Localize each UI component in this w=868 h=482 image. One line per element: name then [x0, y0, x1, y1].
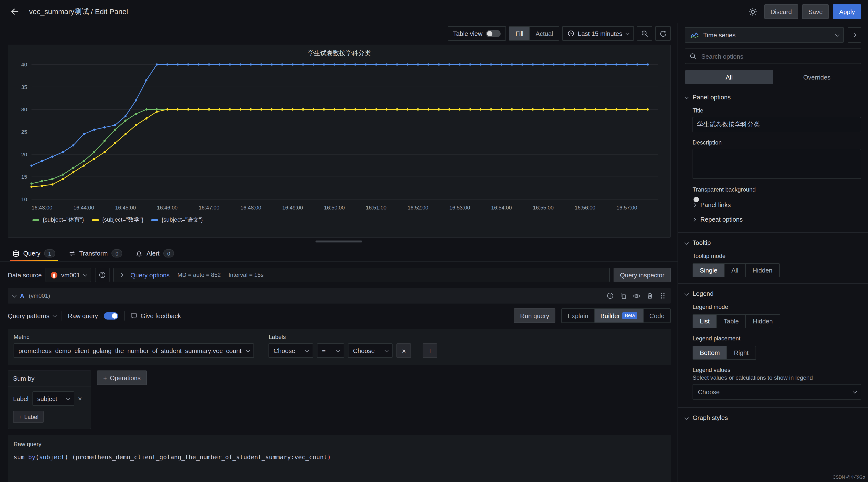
legend-values-select[interactable]: Choose [692, 384, 861, 399]
panel-resize-handle[interactable] [315, 241, 362, 242]
raw-query-toggle[interactable] [104, 312, 118, 319]
chevron-down-icon [305, 348, 309, 352]
pane-header: Time series [678, 23, 868, 48]
metric-select[interactable]: prometheus_demo_client_golang_the_number… [13, 343, 254, 358]
chevron-down-icon [66, 396, 70, 400]
sum-by-operation-card: Sum by Label subject × + Label [8, 370, 91, 429]
datasource-help-button[interactable] [95, 268, 110, 282]
options-scroll[interactable]: Panel options Title Description Transpar… [678, 87, 868, 482]
time-series-chart[interactable]: 1015202530354016:43:0016:44:0016:45:0016… [15, 60, 663, 214]
info-circle-icon[interactable] [607, 292, 614, 299]
visualization-picker[interactable]: Time series [685, 27, 844, 43]
add-label-button[interactable]: + Label [13, 411, 44, 423]
fill-option[interactable]: Fill [509, 27, 530, 40]
tab-alert[interactable]: Alert 0 [131, 245, 179, 261]
tooltip-mode-hidden[interactable]: Hidden [746, 264, 779, 277]
datasource-picker[interactable]: vm001 [45, 268, 91, 282]
tooltip-mode-all[interactable]: All [724, 264, 746, 277]
section-graph-styles[interactable]: Graph styles [678, 408, 868, 426]
comment-icon [130, 312, 137, 319]
section-panel-links[interactable]: Panel links [678, 196, 868, 214]
remove-label-icon[interactable]: × [78, 395, 82, 402]
label-value-select[interactable]: Choose [348, 343, 393, 358]
label-operator-select[interactable]: = [317, 343, 344, 358]
svg-text:20: 20 [21, 152, 27, 158]
legend-values-label: Legend values [692, 367, 861, 373]
apply-button[interactable]: Apply [833, 4, 861, 19]
tab-label: Transform [79, 250, 108, 257]
drag-handle-icon[interactable] [660, 292, 666, 299]
editor-mode-builder[interactable]: Builder Beta [595, 309, 644, 323]
query-options-label: Query options [130, 271, 169, 278]
time-range-picker[interactable]: Last 15 minutes [562, 26, 634, 41]
svg-text:16:50:00: 16:50:00 [324, 205, 345, 211]
editor-mode-explain[interactable]: Explain [562, 309, 594, 323]
legend-item[interactable]: {subject="语文"} [151, 216, 203, 224]
remove-label-filter-button[interactable]: × [397, 343, 411, 358]
svg-text:16:52:00: 16:52:00 [408, 205, 428, 211]
query-controls-row: Query patterns Raw query Give feedback R… [8, 308, 671, 323]
discard-button[interactable]: Discard [764, 4, 798, 19]
section-legend[interactable]: Legend [678, 284, 868, 302]
settings-button[interactable] [746, 4, 761, 19]
legend-mode-table[interactable]: Table [717, 315, 746, 328]
operation-name[interactable]: Sum by [8, 371, 91, 387]
page-title: vec_summary测试 / Edit Panel [29, 7, 128, 16]
tab-badge: 1 [44, 249, 55, 258]
refresh-button[interactable] [655, 26, 671, 41]
time-range-label: Last 15 minutes [578, 30, 622, 37]
section-label: Panel links [700, 201, 731, 209]
operation-label-field: Label [13, 395, 29, 402]
editor-mode-code[interactable]: Code [644, 309, 670, 323]
legend-mode-hidden[interactable]: Hidden [746, 315, 780, 328]
query-ref-id[interactable]: A [20, 292, 25, 299]
run-query-button[interactable]: Run query [514, 308, 556, 323]
collapse-pane-button[interactable] [848, 27, 861, 43]
gear-icon [749, 7, 757, 16]
section-repeat-options[interactable]: Repeat options [678, 214, 868, 229]
add-label-filter-button[interactable]: + [423, 343, 437, 358]
collapse-chevron-icon[interactable] [12, 293, 17, 298]
sum-by-label-select[interactable]: subject [32, 391, 74, 406]
query-options-bar[interactable]: Query options MD = auto = 852 Interval =… [114, 268, 610, 282]
query-inspector-button[interactable]: Query inspector [614, 268, 671, 282]
zoom-out-button[interactable] [637, 26, 652, 41]
tab-query[interactable]: Query 1 [8, 245, 60, 261]
eye-icon[interactable] [633, 292, 640, 299]
save-button[interactable]: Save [802, 4, 829, 19]
tab-transform[interactable]: Transform 0 [64, 245, 127, 261]
interval-info: Interval = 15s [228, 272, 264, 278]
legend-item[interactable]: {subject="数学"} [92, 216, 144, 224]
legend-mode-list[interactable]: List [693, 315, 717, 328]
datasource-label: Data source [8, 271, 42, 278]
visualization-type: Time series [703, 31, 736, 38]
chevron-down-icon [625, 31, 629, 35]
panel-title-input[interactable] [692, 117, 861, 132]
legend-placement-right[interactable]: Right [727, 346, 755, 359]
section-tooltip[interactable]: Tooltip [678, 233, 868, 251]
legend-item[interactable]: {subject="体育"} [32, 216, 84, 224]
table-view-group: Table view [448, 26, 506, 41]
give-feedback-label: Give feedback [141, 312, 181, 319]
actual-option[interactable]: Actual [530, 27, 559, 40]
operations-row: Sum by Label subject × + Label [8, 370, 671, 429]
filter-all[interactable]: All [685, 70, 773, 84]
table-view-toggle[interactable] [486, 30, 501, 37]
filter-overrides[interactable]: Overrides [773, 70, 861, 84]
back-icon[interactable] [8, 4, 22, 19]
query-patterns-dropdown[interactable]: Query patterns [8, 312, 56, 319]
chevron-down-icon [83, 273, 87, 277]
legend-placement-bottom[interactable]: Bottom [693, 346, 727, 359]
give-feedback-link[interactable]: Give feedback [130, 312, 181, 319]
section-panel-options[interactable]: Panel options [678, 87, 868, 105]
panel-description-textarea[interactable] [692, 149, 861, 179]
label-name-select[interactable]: Choose [269, 343, 313, 358]
svg-text:16:43:00: 16:43:00 [31, 205, 52, 211]
operations-button[interactable]: + Operations [97, 370, 147, 385]
copy-icon[interactable] [620, 292, 627, 299]
trash-icon[interactable] [647, 292, 653, 299]
tooltip-mode-single[interactable]: Single [693, 264, 724, 277]
search-options-input[interactable] [700, 52, 856, 60]
label-operator-value: = [322, 347, 326, 354]
sum-by-label-value: subject [37, 395, 57, 402]
